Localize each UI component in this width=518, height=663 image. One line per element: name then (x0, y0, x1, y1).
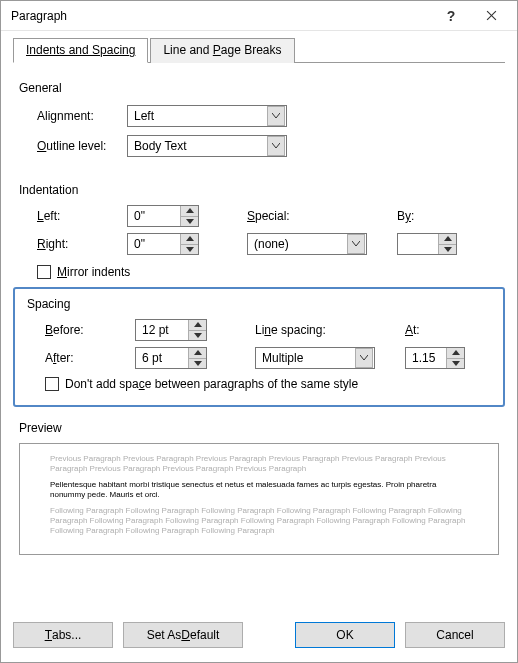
chevron-down-icon[interactable] (267, 136, 285, 156)
spinner-down-icon[interactable] (181, 245, 198, 255)
svg-marker-7 (444, 247, 452, 252)
spinner-down-icon[interactable] (181, 217, 198, 227)
spacing-after-spinner[interactable]: 6 pt (135, 347, 207, 369)
spacing-before-spinner[interactable]: 12 pt (135, 319, 207, 341)
outline-level-label: Outline level: (37, 139, 127, 153)
chevron-down-icon[interactable] (267, 106, 285, 126)
spacing-before-label: Before: (45, 319, 135, 341)
spinner-up-icon[interactable] (189, 348, 206, 359)
svg-marker-10 (194, 350, 202, 355)
indent-left-spinner[interactable]: 0" (127, 205, 199, 227)
dont-add-space-label: Don't add space between paragraphs of th… (65, 377, 358, 391)
outline-level-select[interactable]: Body Text (127, 135, 287, 157)
svg-marker-2 (186, 208, 194, 213)
group-spacing-label: Spacing (27, 297, 497, 311)
spinner-up-icon[interactable] (447, 348, 464, 359)
help-button[interactable]: ? (431, 2, 471, 30)
indent-by-label: By: (397, 205, 457, 227)
tab-body: General Alignment: Left Outline level: B… (13, 63, 505, 612)
spinner-down-icon[interactable] (189, 359, 206, 369)
set-as-default-button[interactable]: Set As Default (123, 622, 243, 648)
ok-button[interactable]: OK (295, 622, 395, 648)
indent-right-spinner[interactable]: 0" (127, 233, 199, 255)
preview-previous-text: Previous Paragraph Previous Paragraph Pr… (50, 454, 468, 474)
svg-marker-13 (452, 361, 460, 366)
group-general-label: General (19, 81, 499, 95)
tabs-button[interactable]: Tabs... (13, 622, 113, 648)
svg-marker-4 (186, 236, 194, 241)
group-indentation-label: Indentation (19, 183, 499, 197)
indent-left-label: Left: (37, 205, 127, 227)
dialog-footer: Tabs... Set As Default OK Cancel (1, 612, 517, 662)
alignment-select[interactable]: Left (127, 105, 287, 127)
line-spacing-select[interactable]: Multiple (255, 347, 375, 369)
spacing-highlight: Spacing Before: 12 pt Line spacing: At: (13, 287, 505, 407)
svg-marker-6 (444, 236, 452, 241)
preview-following-text: Following Paragraph Following Paragraph … (50, 506, 468, 536)
spinner-down-icon[interactable] (189, 331, 206, 341)
spacing-at-label: At: (405, 319, 465, 341)
spacing-at-spinner[interactable]: 1.15 (405, 347, 465, 369)
svg-marker-11 (194, 361, 202, 366)
indent-right-label: Right: (37, 233, 127, 255)
svg-marker-12 (452, 350, 460, 355)
dont-add-space-checkbox[interactable] (45, 377, 59, 391)
svg-marker-8 (194, 322, 202, 327)
window-title: Paragraph (11, 9, 431, 23)
close-button[interactable] (471, 2, 511, 30)
spinner-down-icon[interactable] (439, 245, 456, 255)
svg-marker-3 (186, 219, 194, 224)
tab-strip: Indents and Spacing Line and Page Breaks (13, 37, 505, 63)
dialog-content: Indents and Spacing Line and Page Breaks… (1, 31, 517, 612)
svg-marker-9 (194, 333, 202, 338)
cancel-button[interactable]: Cancel (405, 622, 505, 648)
titlebar: Paragraph ? (1, 1, 517, 31)
spinner-up-icon[interactable] (439, 234, 456, 245)
tab-line-page-breaks[interactable]: Line and Page Breaks (150, 38, 294, 63)
indent-special-select[interactable]: (none) (247, 233, 367, 255)
svg-marker-5 (186, 247, 194, 252)
alignment-label: Alignment: (37, 109, 127, 123)
mirror-indents-label: Mirror indents (57, 265, 130, 279)
tab-indents-spacing[interactable]: Indents and Spacing (13, 38, 148, 63)
paragraph-dialog: Paragraph ? Indents and Spacing Line and… (0, 0, 518, 663)
preview-box: Previous Paragraph Previous Paragraph Pr… (19, 443, 499, 555)
spinner-down-icon[interactable] (447, 359, 464, 369)
spacing-after-label: After: (45, 347, 135, 369)
preview-sample-text: Pellentesque habitant morbi tristique se… (50, 480, 468, 500)
spinner-up-icon[interactable] (181, 234, 198, 245)
indent-special-label: Special: (247, 205, 367, 227)
chevron-down-icon[interactable] (355, 348, 373, 368)
indent-by-spinner[interactable] (397, 233, 457, 255)
group-preview-label: Preview (19, 421, 499, 435)
spinner-up-icon[interactable] (189, 320, 206, 331)
mirror-indents-checkbox[interactable] (37, 265, 51, 279)
line-spacing-label: Line spacing: (255, 319, 375, 341)
spinner-up-icon[interactable] (181, 206, 198, 217)
chevron-down-icon[interactable] (347, 234, 365, 254)
